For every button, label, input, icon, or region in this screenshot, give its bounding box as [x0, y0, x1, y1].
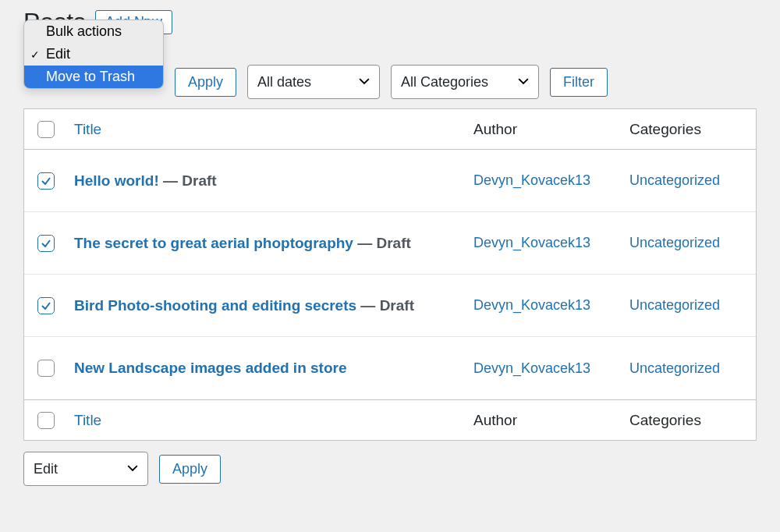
row-checkbox[interactable]	[37, 297, 55, 314]
category-link[interactable]: Uncategorized	[629, 297, 720, 313]
table-footer-row: Title Author Categories	[24, 399, 756, 440]
category-link[interactable]: Uncategorized	[629, 235, 720, 250]
bulk-actions-dropdown[interactable]: Bulk actions ✓ Edit Move to Trash	[23, 20, 164, 89]
dates-select[interactable]: All dates	[247, 65, 380, 99]
bulk-actions-select[interactable]: Bulk actions ✓ Edit Move to Trash	[23, 65, 164, 99]
author-link[interactable]: Devyn_Kovacek13	[473, 297, 590, 313]
chevron-down-icon	[127, 461, 138, 477]
row-checkbox[interactable]	[37, 360, 55, 377]
bulk-actions-select-bottom[interactable]: Edit	[23, 452, 148, 486]
post-status: — Draft	[356, 297, 414, 314]
column-footer-title[interactable]: Title	[74, 412, 101, 428]
categories-select[interactable]: All Categories	[391, 65, 539, 99]
table-row: Hello world! — DraftDevyn_Kovacek13Uncat…	[24, 150, 756, 212]
check-icon: ✓	[30, 48, 40, 61]
author-link[interactable]: Devyn_Kovacek13	[473, 360, 590, 376]
apply-button-bottom[interactable]: Apply	[159, 455, 221, 484]
category-link[interactable]: Uncategorized	[629, 172, 720, 188]
bulk-option-edit[interactable]: ✓ Edit	[24, 43, 163, 66]
select-all-checkbox-bottom[interactable]	[37, 412, 55, 429]
row-checkbox[interactable]	[37, 172, 55, 190]
post-title-link[interactable]: The secret to great aerial phoptography	[74, 235, 353, 251]
row-checkbox[interactable]	[37, 235, 55, 252]
filter-button[interactable]: Filter	[550, 68, 608, 97]
post-status: — Draft	[159, 172, 217, 189]
column-header-categories[interactable]: Categories	[629, 121, 701, 137]
table-row: New Landscape images added in storeDevyn…	[24, 337, 756, 399]
category-link[interactable]: Uncategorized	[629, 360, 720, 376]
chevron-down-icon	[359, 74, 370, 90]
column-header-author[interactable]: Author	[473, 121, 517, 137]
post-title-link[interactable]: Hello world!	[74, 172, 159, 189]
table-row: The secret to great aerial phoptography …	[24, 212, 756, 275]
column-footer-categories[interactable]: Categories	[629, 412, 701, 428]
author-link[interactable]: Devyn_Kovacek13	[473, 172, 590, 188]
select-all-checkbox-top[interactable]	[37, 121, 55, 138]
post-status: — Draft	[353, 235, 411, 251]
bulk-option-move-to-trash[interactable]: Move to Trash	[24, 66, 163, 88]
apply-button-top[interactable]: Apply	[175, 68, 236, 97]
table-header-row: Title Author Categories	[24, 109, 756, 150]
post-title-link[interactable]: New Landscape images added in store	[74, 360, 347, 376]
post-title-link[interactable]: Bird Photo-shooting and editing secrets	[74, 297, 356, 314]
bulk-option-bulk-actions[interactable]: Bulk actions	[24, 20, 163, 43]
column-header-title[interactable]: Title	[74, 121, 101, 137]
column-footer-author[interactable]: Author	[473, 412, 517, 428]
author-link[interactable]: Devyn_Kovacek13	[473, 235, 590, 250]
table-row: Bird Photo-shooting and editing secrets …	[24, 275, 756, 337]
posts-table: Title Author Categories Hello world! — D…	[23, 108, 757, 441]
chevron-down-icon	[518, 74, 529, 90]
